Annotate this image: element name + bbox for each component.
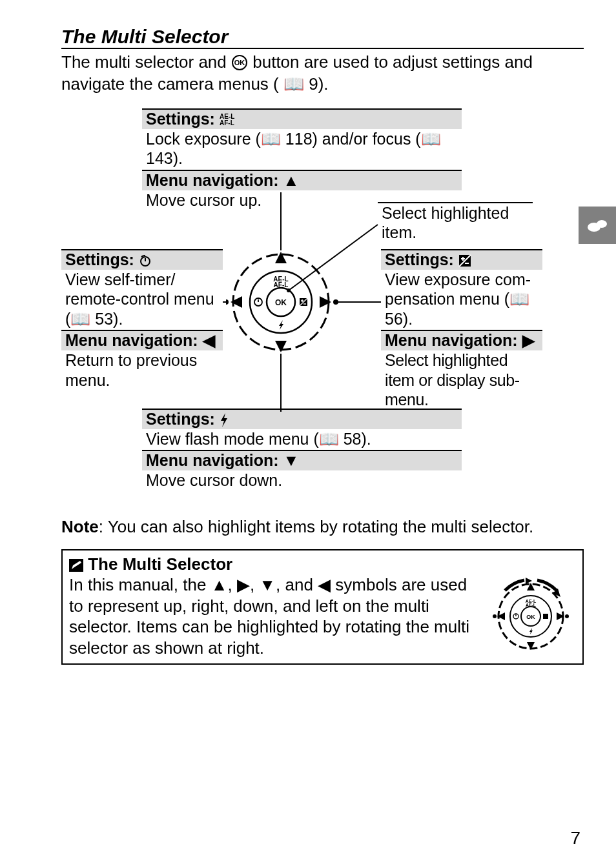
callout-body: OK AE-L AF-L bbox=[69, 574, 576, 658]
svg-marker-25 bbox=[279, 320, 283, 330]
svg-point-60 bbox=[597, 220, 607, 228]
ok-body: Select highlighted item. bbox=[378, 202, 533, 244]
left-arrow-icon: ◀ bbox=[203, 331, 215, 350]
svg-point-56 bbox=[565, 614, 569, 618]
svg-text:OK: OK bbox=[526, 614, 535, 620]
right-settings-header: Settings: bbox=[381, 249, 542, 270]
camera-tab-icon bbox=[586, 217, 608, 233]
down-arrow-icon: ▼ bbox=[259, 574, 276, 596]
left-nav-body: Return to previous menu. bbox=[61, 350, 223, 391]
note-paragraph: Note: You can also highlight items by ro… bbox=[61, 516, 584, 538]
down-arrow-icon: ▼ bbox=[283, 451, 300, 470]
svg-text:AF-L: AF-L bbox=[274, 281, 289, 288]
ae-l-af-l-icon: AE-L AF-L bbox=[220, 113, 241, 127]
exposure-comp-icon bbox=[458, 254, 471, 267]
svg-point-55 bbox=[493, 614, 497, 618]
svg-text:OK: OK bbox=[234, 59, 245, 66]
down-nav-body: Move cursor down. bbox=[142, 470, 462, 492]
svg-point-30 bbox=[226, 299, 229, 305]
page-ref-icon: 📖 bbox=[509, 289, 529, 309]
up-arrow-icon: ▲ bbox=[283, 171, 300, 190]
left-settings-header: Settings: bbox=[61, 249, 223, 270]
section-thumb-tab bbox=[579, 207, 616, 244]
pencil-note-icon bbox=[69, 559, 83, 572]
svg-marker-28 bbox=[231, 296, 242, 308]
page-number: 7 bbox=[570, 828, 580, 849]
left-arrow-icon: ◀ bbox=[318, 574, 331, 596]
up-arrow-icon: ▲ bbox=[211, 574, 228, 596]
down-nav-header: Menu navigation: ▼ bbox=[142, 450, 462, 470]
right-arrow-icon: ▶ bbox=[237, 574, 250, 596]
page-ref-icon: 📖 bbox=[421, 129, 441, 149]
svg-text:AF-L: AF-L bbox=[220, 119, 234, 126]
intro-paragraph: The multi selector and OK button are use… bbox=[61, 52, 584, 96]
svg-marker-27 bbox=[275, 341, 287, 352]
page-ref-icon: 📖 bbox=[283, 74, 304, 96]
section-title: The Multi Selector bbox=[61, 26, 584, 49]
intro-text-a: The multi selector and bbox=[61, 52, 231, 72]
callout-box: The Multi Selector OK AE-L AF-L bbox=[61, 549, 584, 665]
ok-button-icon: OK bbox=[231, 54, 248, 71]
up-settings-header: Settings: AE-L AF-L bbox=[142, 108, 462, 129]
self-timer-icon bbox=[139, 254, 152, 267]
flash-icon bbox=[220, 413, 229, 427]
callout-title: The Multi Selector bbox=[69, 554, 576, 574]
page-ref-icon: 📖 bbox=[70, 309, 90, 329]
svg-marker-29 bbox=[320, 296, 331, 308]
right-arrow-icon: ▶ bbox=[522, 331, 535, 350]
page-ref-icon: 📖 bbox=[319, 429, 339, 449]
svg-line-35 bbox=[289, 225, 378, 290]
left-nav-header: Menu navigation: ◀ bbox=[61, 330, 223, 350]
up-nav-header: Menu navigation: ▲ bbox=[142, 170, 462, 190]
right-settings-body: View exposure com­pensation menu (📖 56). bbox=[381, 270, 542, 330]
svg-rect-49 bbox=[543, 614, 548, 619]
intro-text-c: 9). bbox=[309, 74, 328, 94]
svg-text:OK: OK bbox=[275, 298, 287, 307]
up-settings-body: Lock exposure (📖 118) and/or focus (📖 14… bbox=[142, 129, 462, 170]
svg-text:AF-L: AF-L bbox=[526, 603, 537, 607]
svg-marker-26 bbox=[275, 252, 287, 263]
svg-point-36 bbox=[287, 288, 291, 292]
right-nav-header: Menu navigation: ▶ bbox=[381, 330, 542, 350]
svg-marker-57 bbox=[526, 578, 532, 584]
mini-multi-selector-icon: OK AE-L AF-L bbox=[486, 574, 576, 658]
down-settings-body: View flash mode menu (📖 58). bbox=[142, 429, 462, 450]
page-ref-icon: 📖 bbox=[261, 129, 281, 149]
multi-selector-drawing: OK AE-L AF-L bbox=[226, 192, 381, 412]
left-settings-body: View self-timer/ remote-control menu (📖 … bbox=[61, 270, 223, 330]
multi-selector-diagram: Settings: AE-L AF-L Lock exposure (📖 118… bbox=[61, 108, 584, 509]
svg-point-31 bbox=[333, 299, 338, 305]
right-nav-body: Select highlighted item or display sub-m… bbox=[381, 350, 542, 411]
svg-marker-11 bbox=[221, 413, 227, 427]
svg-marker-50 bbox=[529, 628, 533, 634]
